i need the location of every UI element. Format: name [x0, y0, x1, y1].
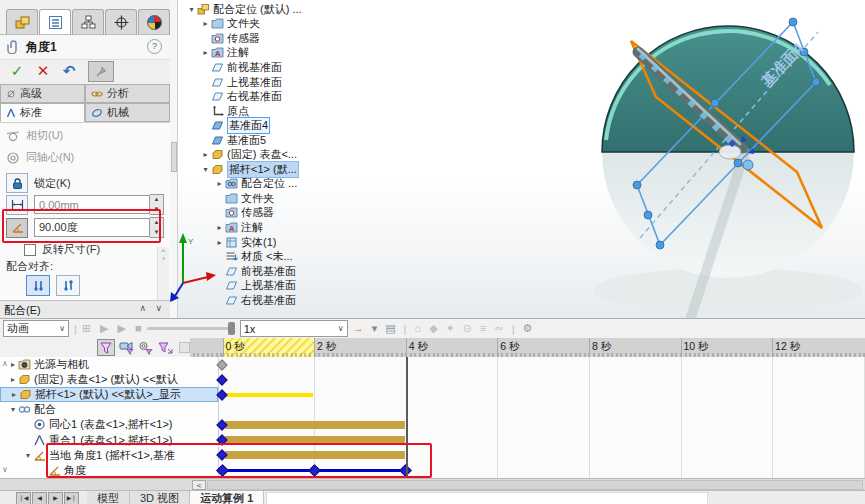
tab-model[interactable]: 模型 [87, 491, 130, 504]
expand-arrow-icon[interactable]: ▸ [8, 360, 18, 369]
motion-row-label-cell[interactable]: ▾配合 [0, 402, 218, 417]
tab-3d-views[interactable]: 3D 视图 [130, 491, 190, 504]
pin-button[interactable] [88, 61, 114, 82]
first-tab-button[interactable]: ❘◀ [16, 492, 31, 504]
appearances-tab[interactable] [138, 9, 170, 34]
playback-speed-select[interactable]: 1x∨ [240, 320, 348, 337]
feature-tree-item[interactable]: 传感器 [180, 206, 352, 221]
tab-standard[interactable]: 标准 [0, 103, 85, 122]
anti-aligned-button[interactable] [56, 275, 80, 296]
expand-arrow-icon[interactable]: ▸ [200, 48, 211, 57]
motion-row[interactable]: ▸光源与相机 [0, 357, 865, 372]
expand-arrow-icon[interactable]: ▸ [200, 19, 211, 28]
motion-row[interactable]: 角度 [0, 463, 865, 478]
feature-tree-item[interactable]: 基准面5 [180, 133, 352, 148]
motion-row[interactable]: 同心1 (表盘<1>,摇杆<1>) [0, 417, 865, 432]
flip-dimension-row[interactable]: 反转尺寸(F) [24, 242, 100, 257]
study-type-select[interactable]: 动画∨ [3, 320, 69, 337]
stop-icon[interactable]: ■ [135, 321, 142, 336]
feature-tree-item[interactable]: ▾摇杆<1> (默... [180, 162, 352, 177]
animation-wizard-icon[interactable]: ⌂ [414, 321, 421, 336]
keyframe-diamond[interactable] [308, 464, 321, 477]
autokey-icon[interactable]: ◆ [429, 321, 437, 336]
playback-mode-caret-icon[interactable]: ▾ [372, 321, 378, 336]
keyframe-diamond[interactable] [216, 374, 227, 385]
keyframe-diamond[interactable] [216, 464, 229, 477]
feature-tree-item[interactable]: ▾配合定位 (默认) ... [180, 2, 352, 17]
motion-row-label-cell[interactable]: ▾当地 角度1 (摇杆<1>,基准 [0, 448, 218, 463]
motion-row-label-cell[interactable]: 角度 [0, 463, 218, 478]
scroll-left-button[interactable]: < [192, 480, 206, 490]
aligned-button[interactable] [26, 275, 50, 296]
angle-input[interactable]: 90.00度 [34, 218, 150, 237]
tree-scroll-down-icon[interactable]: ∨ [2, 465, 8, 474]
tree-scroll-up-icon[interactable]: ∧ [2, 359, 8, 368]
motion-row[interactable]: ▸摇杆<1> (默认) <<默认>_显示 [0, 387, 865, 402]
motion-row[interactable]: ▾配合 [0, 402, 865, 417]
playback-speed-slider[interactable] [147, 327, 235, 330]
filter-icon[interactable] [97, 339, 115, 356]
property-manager-tab[interactable] [39, 9, 71, 34]
gear-filter-icon[interactable] [137, 339, 155, 356]
scroll-track[interactable] [207, 480, 863, 490]
filter-results-icon[interactable] [156, 339, 174, 356]
ok-button[interactable]: ✓ [4, 62, 30, 80]
contact-icon[interactable]: ∾ [494, 321, 503, 336]
add-key-icon[interactable]: ✦ [446, 321, 455, 336]
timebar[interactable] [406, 357, 408, 478]
dimxpert-tab[interactable] [105, 9, 137, 34]
expand-arrow-icon[interactable]: ▸ [8, 375, 18, 384]
motion-row-label-cell[interactable]: ▸摇杆<1> (默认) <<默认>_显示 [0, 387, 218, 402]
tab-motion-study-1[interactable]: 运动算例 1 [190, 491, 264, 504]
appearance-bar[interactable] [225, 393, 314, 397]
slider-thumb[interactable] [228, 322, 235, 335]
change-bar[interactable] [225, 421, 405, 429]
collapse-down-icon[interactable]: ∨ [155, 303, 162, 313]
mate-type-concentric[interactable]: 同轴心(N) [6, 150, 74, 165]
motion-row[interactable]: ▾当地 角度1 (摇杆<1>,基准 [0, 448, 865, 463]
angle-stepper[interactable]: ▲▼ [150, 217, 164, 238]
motion-row-label-cell[interactable]: ▸(固定) 表盘<1> (默认) <<默认 [0, 372, 218, 387]
collapse-arrow-icon[interactable]: ▾ [186, 5, 197, 14]
camera-filter-icon[interactable] [118, 339, 136, 356]
change-bar[interactable] [225, 436, 405, 444]
feature-tree-item[interactable]: ▸A注解 [180, 46, 352, 61]
tab-analysis[interactable]: 分析 [85, 84, 170, 103]
collapse-arrow-icon[interactable]: ▾ [23, 451, 33, 460]
motion-row[interactable]: ▸(固定) 表盘<1> (默认) <<默认 [0, 372, 865, 387]
properties-gear-icon[interactable]: ⚙ [523, 321, 533, 336]
prev-tab-button[interactable]: ◀ [32, 492, 47, 504]
collapse-arrow-icon[interactable]: ▾ [8, 405, 18, 414]
feature-tree-item[interactable]: 上视基准面 [180, 75, 352, 90]
play-from-start-icon[interactable]: ▶ [100, 321, 108, 336]
motion-row[interactable]: 重合1 (表盘<1>,摇杆<1>) [0, 433, 865, 448]
expand-arrow-icon[interactable]: ▸ [200, 150, 211, 159]
mate-type-tangent[interactable]: 相切(U) [6, 128, 63, 143]
save-animation-icon[interactable]: ▤ [385, 321, 395, 336]
change-bar[interactable] [225, 451, 405, 459]
mate-type-lock[interactable]: 锁定(K) [6, 173, 71, 193]
timeline-ruler[interactable]: 0 秒2 秒4 秒6 秒8 秒10 秒12 秒 [190, 338, 865, 358]
splitter-grip[interactable] [171, 142, 177, 172]
flip-dimension-checkbox[interactable] [24, 244, 36, 256]
spring-icon[interactable]: ≡ [480, 321, 486, 336]
motion-row-label-cell[interactable]: 同心1 (表盘<1>,摇杆<1>) [0, 417, 218, 432]
playback-mode-icon[interactable]: → [353, 321, 364, 336]
motion-row-label-cell[interactable]: ▸光源与相机 [0, 357, 218, 372]
collapse-arrow-icon[interactable]: ▾ [200, 165, 211, 174]
motor-icon[interactable]: ⊙ [463, 321, 472, 336]
features-tab[interactable] [6, 9, 38, 34]
motion-row-label-cell[interactable]: 重合1 (表盘<1>,摇杆<1>) [0, 433, 218, 448]
tab-advanced[interactable]: 高级 [0, 84, 85, 103]
feature-tree-item[interactable]: 基准面4 [180, 118, 352, 133]
collapse-up-icon[interactable]: ∧ [139, 303, 146, 313]
feature-tree-item[interactable]: 前视基准面 [180, 60, 352, 75]
feature-tree-item[interactable]: ▸配合定位 ... [180, 177, 352, 192]
undo-button[interactable]: ↶ [56, 62, 82, 80]
tab-mechanical[interactable]: 机械 [85, 103, 170, 122]
expand-arrow-icon[interactable]: ▸ [214, 179, 225, 188]
feature-tree-item[interactable]: 右视基准面 [180, 89, 352, 104]
keyframe-diamond[interactable] [216, 359, 227, 370]
keyframe-diamond[interactable] [216, 389, 227, 400]
cancel-button[interactable]: ✕ [30, 62, 56, 80]
